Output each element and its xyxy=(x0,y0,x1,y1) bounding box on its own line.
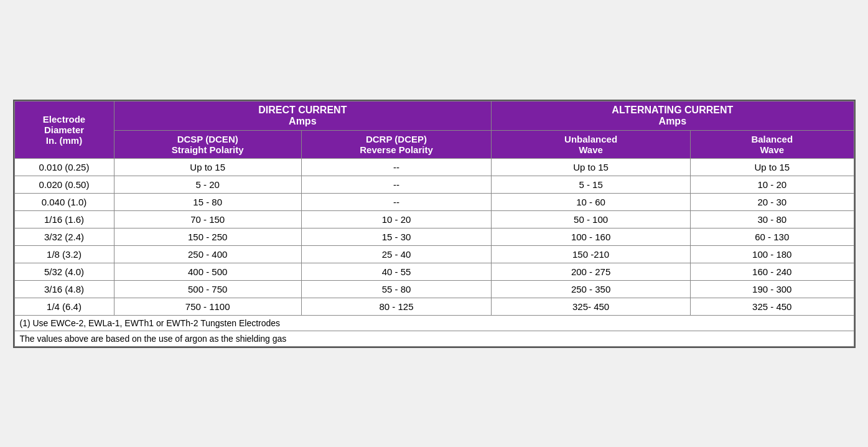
dcsp-header: DCSP (DCEN)Straight Polarity xyxy=(114,130,301,158)
data-cell: 15 - 30 xyxy=(301,228,491,245)
dc-header: DIRECT CURRENTAmps xyxy=(114,101,492,130)
electrode-cell: 3/32 (2.4) xyxy=(14,228,114,245)
electrode-header: ElectrodeDiameterIn. (mm) xyxy=(14,101,114,158)
footer-row: The values above are based on the use of… xyxy=(14,331,854,346)
electrode-cell: 0.010 (0.25) xyxy=(14,158,114,176)
data-cell: -- xyxy=(301,176,491,193)
data-cell: 190 - 300 xyxy=(691,280,854,298)
data-cell: 100 - 160 xyxy=(492,228,691,245)
table-row: 0.020 (0.50)5 - 20--5 - 1510 - 20 xyxy=(14,176,854,193)
data-cell: 40 - 55 xyxy=(301,263,491,280)
data-cell: 325- 450 xyxy=(492,298,691,315)
balanced-wave-header: BalancedWave xyxy=(691,130,854,158)
data-cell: 15 - 80 xyxy=(114,193,301,210)
footer-text: (1) Use EWCe-2, EWLa-1, EWTh1 or EWTh-2 … xyxy=(14,315,854,331)
data-cell: 5 - 20 xyxy=(114,176,301,193)
unbalanced-wave-header: UnbalancedWave xyxy=(492,130,691,158)
footer-row: (1) Use EWCe-2, EWLa-1, EWTh1 or EWTh-2 … xyxy=(14,315,854,331)
data-cell: 160 - 240 xyxy=(691,263,854,280)
table-container: ElectrodeDiameterIn. (mm) DIRECT CURRENT… xyxy=(13,100,856,348)
data-cell: 10 - 20 xyxy=(691,176,854,193)
data-cell: 10 - 60 xyxy=(492,193,691,210)
data-cell: 55 - 80 xyxy=(301,280,491,298)
welding-current-table: ElectrodeDiameterIn. (mm) DIRECT CURRENT… xyxy=(14,101,854,347)
electrode-cell: 1/8 (3.2) xyxy=(14,245,114,263)
electrode-cell: 3/16 (4.8) xyxy=(14,280,114,298)
data-cell: 250 - 350 xyxy=(492,280,691,298)
data-cell: 150 - 250 xyxy=(114,228,301,245)
footer-text: The values above are based on the use of… xyxy=(14,331,854,346)
electrode-cell: 1/4 (6.4) xyxy=(14,298,114,315)
electrode-cell: 1/16 (1.6) xyxy=(14,210,114,228)
table-row: 1/16 (1.6)70 - 15010 - 2050 - 10030 - 80 xyxy=(14,210,854,228)
data-cell: 150 -210 xyxy=(492,245,691,263)
data-cell: -- xyxy=(301,193,491,210)
data-cell: 60 - 130 xyxy=(691,228,854,245)
data-cell: 20 - 30 xyxy=(691,193,854,210)
data-cell: 5 - 15 xyxy=(492,176,691,193)
data-cell: 325 - 450 xyxy=(691,298,854,315)
data-cell: 500 - 750 xyxy=(114,280,301,298)
data-cell: 250 - 400 xyxy=(114,245,301,263)
data-cell: 50 - 100 xyxy=(492,210,691,228)
ac-header: ALTERNATING CURRENTAmps xyxy=(492,101,854,130)
data-cell: 25 - 40 xyxy=(301,245,491,263)
table-row: 1/4 (6.4)750 - 110080 - 125325- 450325 -… xyxy=(14,298,854,315)
electrode-cell: 0.020 (0.50) xyxy=(14,176,114,193)
table-row: 3/16 (4.8)500 - 75055 - 80250 - 350190 -… xyxy=(14,280,854,298)
table-row: 0.040 (1.0)15 - 80--10 - 6020 - 30 xyxy=(14,193,854,210)
table-row: 3/32 (2.4)150 - 25015 - 30100 - 16060 - … xyxy=(14,228,854,245)
data-cell: 200 - 275 xyxy=(492,263,691,280)
data-cell: 100 - 180 xyxy=(691,245,854,263)
data-cell: 750 - 1100 xyxy=(114,298,301,315)
electrode-cell: 5/32 (4.0) xyxy=(14,263,114,280)
data-cell: 70 - 150 xyxy=(114,210,301,228)
dcrp-header: DCRP (DCEP)Reverse Polarity xyxy=(301,130,491,158)
table-row: 1/8 (3.2)250 - 40025 - 40150 -210100 - 1… xyxy=(14,245,854,263)
data-cell: -- xyxy=(301,158,491,176)
data-cell: Up to 15 xyxy=(691,158,854,176)
table-row: 0.010 (0.25)Up to 15--Up to 15Up to 15 xyxy=(14,158,854,176)
data-cell: 30 - 80 xyxy=(691,210,854,228)
data-cell: 10 - 20 xyxy=(301,210,491,228)
data-cell: 400 - 500 xyxy=(114,263,301,280)
data-cell: Up to 15 xyxy=(492,158,691,176)
data-cell: 80 - 125 xyxy=(301,298,491,315)
data-cell: Up to 15 xyxy=(114,158,301,176)
table-row: 5/32 (4.0)400 - 50040 - 55200 - 275160 -… xyxy=(14,263,854,280)
electrode-cell: 0.040 (1.0) xyxy=(14,193,114,210)
